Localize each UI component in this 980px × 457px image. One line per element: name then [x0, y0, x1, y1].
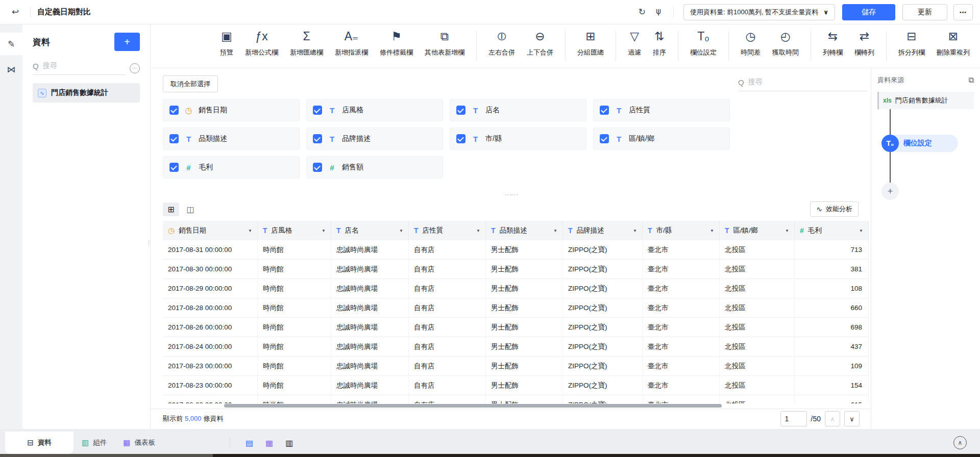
switch-layout-icon[interactable]: ⧉ — [968, 75, 974, 85]
column-caret[interactable]: ▼ — [633, 229, 637, 233]
table-row[interactable]: 2017-08-23 00:00:00時尚館忠誠時尚廣場自有店男士配飾ZIPPO… — [163, 376, 869, 395]
column-header[interactable]: T 店性質 ▼ — [409, 221, 486, 240]
toolbar-item-new-assign-column[interactable]: A₌ 新增指派欄 — [335, 29, 368, 57]
toolbar-item-get-time[interactable]: ◴ 獲取時間 — [772, 29, 799, 57]
field-checkbox[interactable] — [456, 106, 465, 115]
field-card[interactable]: T 店風格 — [306, 99, 443, 121]
collapse-panel-icon[interactable]: ∧ — [953, 436, 967, 449]
table-row[interactable]: 2017-08-26 00:00:00時尚館忠誠時尚廣場自有店男士配飾ZIPPO… — [163, 318, 869, 337]
toolbar-item-new-summary-column[interactable]: Σ 新增匯總欄 — [290, 29, 323, 57]
data-edit-icon[interactable]: ✎ — [0, 33, 22, 55]
flow-icon[interactable]: ⋔ — [650, 4, 667, 20]
field-card[interactable]: T 店性質 — [593, 99, 730, 121]
field-card[interactable]: T 市/縣 — [450, 128, 586, 150]
refresh-icon[interactable]: ↻ — [634, 4, 650, 20]
toolbar-item-filter[interactable]: ▽ 過濾 — [628, 29, 641, 57]
field-settings-node[interactable]: T₀ 欄位設定 — [881, 135, 958, 152]
performance-analysis-button[interactable]: ∿ 效能分析 — [810, 201, 859, 217]
data-volume-select[interactable]: 使用資料量: 前1000萬列, 暫不支援全量資料 ∨ — [683, 4, 835, 20]
new-chart-icon[interactable]: ▤ — [246, 438, 253, 448]
column-caret[interactable]: ▼ — [322, 229, 326, 233]
toolbar-item-merge-top-bottom[interactable]: ⊖ 上下合併 — [527, 29, 553, 57]
table-row[interactable]: 2017-08-31 00:00:00時尚館忠誠時尚廣場自有店男士配飾ZIPPO… — [163, 240, 869, 260]
toolbar-item-other-table-column[interactable]: ⧉ 其他表新增欄 — [425, 29, 464, 57]
tab-widgets[interactable]: ▥ 組件 — [74, 431, 115, 454]
column-header[interactable]: ◷ 銷售日期 ▼ — [163, 221, 258, 240]
new-table-icon[interactable]: ▦ — [265, 438, 273, 448]
table-row[interactable]: 2017-08-28 00:00:00時尚館忠誠時尚廣場自有店男士配飾ZIPPO… — [163, 298, 869, 318]
column-caret[interactable]: ▼ — [710, 229, 714, 233]
column-caret[interactable]: ▼ — [476, 229, 480, 233]
add-dataset-button[interactable]: + — [114, 33, 140, 51]
field-card[interactable]: # 銷售額 — [306, 156, 443, 179]
exit-icon[interactable]: ↩ — [7, 4, 23, 20]
toolbar-item-sort[interactable]: ⇅ 排序 — [653, 29, 666, 57]
datasource-node[interactable]: xls 門店銷售數據統計 — [877, 92, 974, 109]
field-card[interactable]: T 品牌描述 — [306, 128, 443, 150]
field-checkbox[interactable] — [456, 134, 465, 143]
toolbar-item-time-diff[interactable]: ◷ 時間差 — [741, 29, 761, 57]
table-row[interactable]: 2017-08-24 00:00:00時尚館忠誠時尚廣場自有店男士配飾ZIPPO… — [163, 337, 869, 357]
tab-data[interactable]: ⊟ 資料 — [5, 431, 74, 454]
table-row[interactable]: 2017-08-29 00:00:00時尚館忠誠時尚廣場自有店男士配飾ZIPPO… — [163, 279, 869, 298]
toolbar-item-field-settings[interactable]: T₀ 欄位設定 — [690, 29, 717, 57]
more-options-button[interactable]: ⋯ — [953, 4, 973, 20]
toolbar-item-column-to-row[interactable]: ⇄ 欄轉列 — [854, 29, 874, 57]
column-header[interactable]: T 店風格 ▼ — [258, 221, 331, 240]
column-header[interactable]: # 毛利 ▼ — [795, 221, 869, 240]
toolbar-item-dedup[interactable]: ⊠ 刪除重複列 — [937, 29, 970, 57]
column-header[interactable]: T 品類描述 ▼ — [486, 221, 563, 240]
panel-resize-handle[interactable]: ⋮ — [145, 241, 152, 244]
toolbar-item-condition-tag-column[interactable]: ⚑ 條件標籤欄 — [380, 29, 413, 57]
add-step-button[interactable]: + — [881, 183, 899, 200]
page-number-input[interactable] — [780, 411, 807, 426]
grid-view-button[interactable]: ⊞ — [163, 202, 179, 216]
tab-dashboard[interactable]: ▦ 儀表板 — [115, 431, 163, 454]
toolbar-item-group-aggregate[interactable]: ⊞ 分組匯總 — [577, 29, 604, 57]
column-caret[interactable]: ▼ — [785, 229, 789, 233]
field-checkbox[interactable] — [169, 106, 179, 115]
page-down-button[interactable]: ∨ — [844, 411, 860, 426]
column-header[interactable]: T 品牌描述 ▼ — [563, 221, 643, 240]
field-card[interactable]: ◷ 銷售日期 — [163, 99, 300, 121]
toolbar-item-row-to-column[interactable]: ⇆ 列轉欄 — [823, 29, 843, 57]
column-caret[interactable]: ▼ — [399, 229, 403, 233]
section-resize-handle[interactable]: ⋯⋯ — [151, 191, 871, 198]
field-checkbox[interactable] — [600, 134, 609, 143]
deselect-all-button[interactable]: 取消全部選擇 — [163, 75, 218, 92]
scrollbar-thumb[interactable] — [224, 404, 722, 408]
column-caret[interactable]: ▼ — [859, 229, 863, 233]
field-checkbox[interactable] — [600, 106, 609, 115]
column-caret[interactable]: ▼ — [553, 229, 557, 233]
field-card[interactable]: # 毛利 — [163, 156, 300, 179]
more-options-icon[interactable]: ⋯ — [130, 63, 140, 73]
field-checkbox[interactable] — [313, 163, 322, 172]
new-report-icon[interactable]: ▥ — [285, 438, 293, 448]
relation-icon[interactable]: ⋈ — [0, 58, 22, 81]
table-row[interactable]: 2017-08-23 00:00:00時尚館忠誠時尚廣場自有店男士配飾ZIPPO… — [163, 357, 869, 376]
toolbar-item-merge-left-right[interactable]: ⦶ 左右合併 — [488, 29, 515, 57]
update-button[interactable]: 更新 — [902, 4, 947, 20]
column-header[interactable]: T 店名 ▼ — [331, 221, 409, 240]
field-card[interactable]: T 品類描述 — [163, 128, 300, 150]
field-checkbox[interactable] — [313, 106, 322, 115]
sidebar-search-input[interactable]: Q 搜尋 — [33, 61, 126, 75]
table-row[interactable]: 2017-08-22 00:00:00時尚館忠誠時尚廣場自有店男士配飾ZIPPO… — [163, 395, 869, 403]
save-button[interactable]: 儲存 — [842, 4, 895, 20]
detail-view-button[interactable]: ◫ — [182, 202, 199, 216]
field-search-input[interactable]: Q 搜尋 — [738, 78, 867, 91]
table-row[interactable]: 2017-08-30 00:00:00時尚館忠誠時尚廣場自有店男士配飾ZIPPO… — [163, 260, 869, 279]
page-up-button[interactable]: ∧ — [825, 411, 840, 426]
sidebar-item-dataset[interactable]: ∿ 門店銷售數據統計 — [33, 83, 140, 103]
column-header[interactable]: T 區/鎮/鄉 ▼ — [720, 221, 795, 240]
field-card[interactable]: T 區/鎮/鄉 — [593, 128, 730, 150]
field-card[interactable]: T 店名 — [450, 99, 586, 121]
column-header[interactable]: T 市/縣 ▼ — [643, 221, 720, 240]
field-checkbox[interactable] — [169, 134, 179, 143]
toolbar-item-preview[interactable]: ▣ 預覽 — [220, 29, 233, 57]
field-checkbox[interactable] — [169, 163, 179, 172]
toolbar-item-split-column[interactable]: ⊟ 拆分列欄 — [898, 29, 925, 57]
column-caret[interactable]: ▼ — [248, 229, 252, 233]
field-checkbox[interactable] — [313, 134, 322, 143]
toolbar-item-new-formula-column[interactable]: ƒx 新增公式欄 — [245, 29, 278, 57]
